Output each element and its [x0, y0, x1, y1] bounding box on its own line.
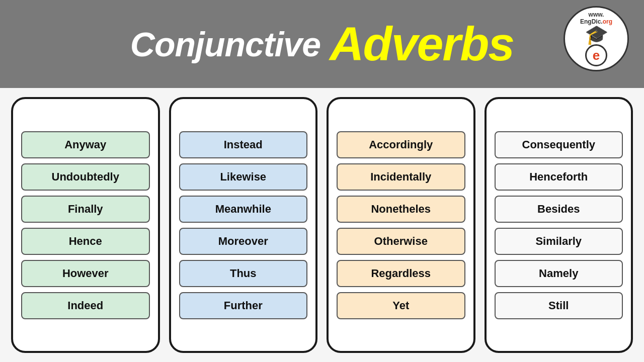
word-box: Further	[179, 292, 308, 319]
word-box: Incidentally	[337, 163, 465, 191]
word-box: Anyway	[21, 131, 150, 158]
word-box: Henceforth	[495, 163, 623, 191]
word-box: Namely	[495, 260, 623, 287]
word-box: Indeed	[21, 292, 150, 319]
word-box: Nonetheles	[337, 196, 465, 223]
main-content: AnywayUndoubtedlyFinallyHenceHoweverInde…	[0, 88, 644, 362]
word-box: Likewise	[179, 163, 308, 191]
word-box: Moreover	[179, 228, 308, 255]
word-box: Still	[495, 292, 623, 319]
word-box: Regardless	[337, 260, 465, 287]
card-col1: AnywayUndoubtedlyFinallyHenceHoweverInde…	[11, 97, 160, 353]
word-box: Similarly	[495, 228, 623, 255]
word-box: However	[21, 260, 150, 287]
header-section: Conjunctive Adverbs www.EngDic.org 🎓 e	[0, 0, 644, 88]
card-col4: ConsequentlyHenceforthBesidesSimilarlyNa…	[485, 97, 633, 353]
word-box: Thus	[179, 260, 308, 287]
word-box: Consequently	[495, 131, 623, 158]
header-conjunctive-text: Conjunctive	[130, 25, 320, 64]
word-box: Accordingly	[337, 131, 465, 158]
graduation-hat-icon: 🎓	[585, 25, 608, 44]
word-box: Otherwise	[337, 228, 465, 255]
header-adverbs-text: Adverbs	[330, 17, 514, 71]
card-col2: InsteadLikewiseMeanwhileMoreoverThusFurt…	[169, 97, 318, 353]
logo-letter: e	[593, 48, 600, 63]
header-title: Conjunctive Adverbs	[130, 17, 514, 71]
logo-e-badge: e	[585, 44, 607, 66]
word-box: Hence	[21, 228, 150, 255]
logo-url-text: www.EngDic.org	[580, 11, 612, 26]
word-box: Yet	[337, 292, 465, 319]
word-box: Meanwhile	[179, 196, 308, 223]
word-box: Undoubtedly	[21, 163, 150, 191]
word-box: Besides	[495, 196, 623, 223]
word-box: Finally	[21, 196, 150, 223]
word-box: Instead	[179, 131, 308, 158]
card-col3: AccordinglyIncidentallyNonethelesOtherwi…	[327, 97, 475, 353]
engdic-logo: www.EngDic.org 🎓 e	[564, 6, 629, 71]
